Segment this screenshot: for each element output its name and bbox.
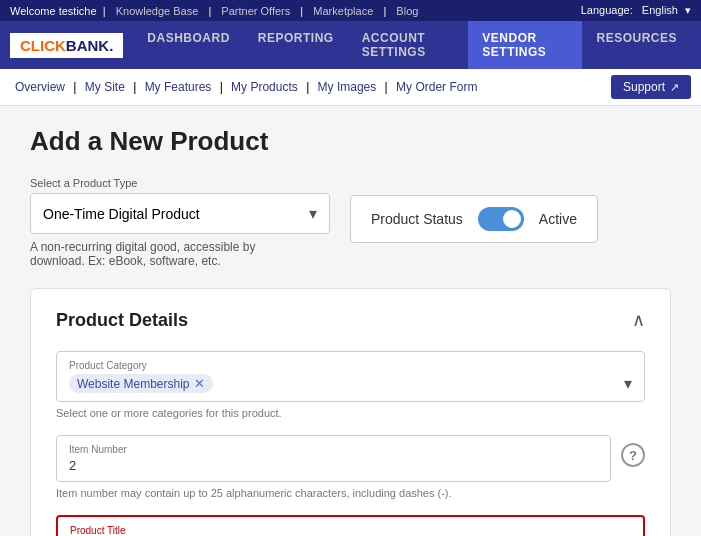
product-category-field[interactable]: Product Category Website Membership ✕ ▾ (56, 351, 645, 402)
subnav-myfeatures[interactable]: My Features (145, 80, 212, 94)
product-type-dropdown[interactable]: One-Time Digital Product ▾ (30, 193, 330, 234)
product-title-group: Product Title Platinum The product title… (56, 515, 645, 536)
main-nav: CLICKBANK. Dashboard Reporting Account S… (0, 21, 701, 69)
category-label: Product Category (69, 360, 632, 371)
product-title-label: Product Title (70, 525, 631, 536)
blog-link[interactable]: Blog (396, 5, 418, 17)
partner-offers-link[interactable]: Partner Offers (221, 5, 290, 17)
subnav-myorderform[interactable]: My Order Form (396, 80, 477, 94)
remove-category-icon[interactable]: ✕ (194, 376, 205, 391)
top-bar: Welcome testiche | Knowledge Base | Part… (0, 0, 701, 21)
item-number-field[interactable]: Item Number 2 (56, 435, 611, 482)
external-link-icon: ↗ (670, 81, 679, 94)
card-title: Product Details (56, 310, 188, 331)
product-type-selector: Select a Product Type One-Time Digital P… (30, 177, 330, 268)
language-label: Language: (581, 4, 633, 16)
category-content: Website Membership ✕ ▾ (69, 374, 632, 393)
nav-account-settings[interactable]: Account Settings (348, 21, 469, 69)
support-label: Support (623, 80, 665, 94)
language-chevron-icon[interactable]: ▾ (685, 4, 691, 16)
page-content: Add a New Product Select a Product Type … (0, 106, 701, 536)
product-details-card: Product Details ∧ Product Category Websi… (30, 288, 671, 536)
language-value: English (642, 4, 678, 16)
nav-resources[interactable]: Resources (582, 21, 691, 69)
product-type-label: Select a Product Type (30, 177, 330, 189)
product-category-group: Product Category Website Membership ✕ ▾ … (56, 351, 645, 419)
knowledge-base-link[interactable]: Knowledge Base (116, 5, 199, 17)
product-type-description: A non-recurring digital good, accessible… (30, 240, 310, 268)
collapse-icon[interactable]: ∧ (632, 309, 645, 331)
welcome-text: Welcome testiche (10, 5, 97, 17)
nav-vendor-settings[interactable]: Vendor Settings (468, 21, 582, 69)
item-number-label: Item Number (69, 444, 598, 455)
product-type-row: Select a Product Type One-Time Digital P… (30, 177, 671, 268)
category-chevron-icon: ▾ (624, 374, 632, 393)
marketplace-link[interactable]: Marketplace (313, 5, 373, 17)
item-number-value: 2 (69, 458, 76, 473)
product-status-value: Active (539, 211, 577, 227)
product-status-box: Product Status Active (350, 195, 598, 243)
category-tag[interactable]: Website Membership ✕ (69, 374, 213, 393)
sub-nav-links: Overview | My Site | My Features | My Pr… (10, 80, 482, 94)
support-button[interactable]: Support ↗ (611, 75, 691, 99)
product-type-value: One-Time Digital Product (43, 206, 200, 222)
item-number-hint: Item number may contain up to 25 alphanu… (56, 487, 645, 499)
subnav-myproducts[interactable]: My Products (231, 80, 298, 94)
page-title: Add a New Product (30, 126, 671, 157)
item-number-group: Item Number 2 ? Item number may contain … (56, 435, 645, 499)
nav-dashboard[interactable]: Dashboard (133, 21, 244, 69)
product-status-toggle[interactable] (478, 207, 524, 231)
category-hint: Select one or more categories for this p… (56, 407, 645, 419)
subnav-overview[interactable]: Overview (15, 80, 65, 94)
subnav-mysite[interactable]: My Site (85, 80, 125, 94)
chevron-down-icon: ▾ (309, 204, 317, 223)
item-number-help-icon[interactable]: ? (621, 443, 645, 467)
nav-reporting[interactable]: Reporting (244, 21, 348, 69)
logo: CLICKBANK. (10, 33, 123, 58)
product-status-label: Product Status (371, 211, 463, 227)
product-title-field[interactable]: Product Title Platinum (56, 515, 645, 536)
category-tag-text: Website Membership (77, 377, 190, 391)
sub-nav: Overview | My Site | My Features | My Pr… (0, 69, 701, 106)
card-header: Product Details ∧ (56, 309, 645, 331)
subnav-myimages[interactable]: My Images (318, 80, 377, 94)
